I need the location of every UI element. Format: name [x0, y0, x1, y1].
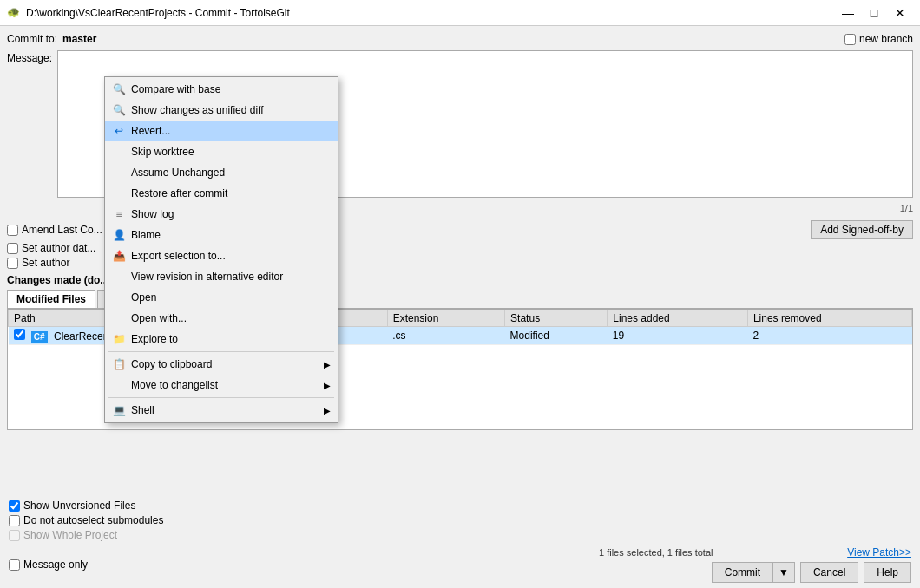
revert-label: Revert... — [131, 125, 331, 137]
col-lines-removed[interactable]: Lines removed — [747, 310, 911, 327]
show-unversioned-option[interactable]: Show Unversioned Files — [9, 500, 911, 512]
shell-arrow: ▶ — [324, 406, 331, 415]
file-checkbox[interactable] — [14, 329, 25, 340]
menu-item-show-log[interactable]: ≡ Show log — [105, 204, 338, 225]
set-author-date-label: Set author dat... — [22, 242, 95, 254]
col-extension[interactable]: Extension — [387, 310, 504, 327]
menu-item-open[interactable]: Open — [105, 287, 338, 308]
no-autoselect-option[interactable]: Do not autoselect submodules — [9, 514, 911, 526]
shell-icon: 💻 — [112, 403, 126, 417]
blame-icon: 👤 — [112, 228, 126, 242]
move-changelist-arrow: ▶ — [324, 381, 331, 390]
changes-label: Changes made (do... — [7, 274, 108, 286]
revert-icon: ↩ — [112, 124, 126, 138]
app-icon: 🐢 — [7, 6, 21, 20]
context-menu: 🔍 Compare with base 🔍 Show changes as un… — [104, 76, 338, 423]
menu-item-copy-clipboard[interactable]: 📋 Copy to clipboard ▶ — [105, 354, 338, 375]
col-status[interactable]: Status — [505, 310, 608, 327]
signed-off-button[interactable]: Add Signed-off-by — [811, 220, 913, 239]
menu-item-shell[interactable]: 💻 Shell ▶ — [105, 400, 338, 421]
open-label: Open — [131, 291, 331, 304]
new-branch-check[interactable]: new branch — [844, 33, 913, 45]
set-author-date-checkbox[interactable] — [7, 243, 18, 254]
view-revision-icon — [112, 270, 126, 284]
set-author-label: Set author — [22, 257, 69, 269]
export-selection-label: Export selection to... — [131, 250, 331, 262]
show-changes-icon: 🔍 — [112, 103, 126, 117]
branch-value: master — [62, 33, 96, 45]
files-selected-text: 1 files selected, 1 files total — [599, 547, 713, 558]
blame-label: Blame — [131, 229, 331, 241]
menu-item-explore-to[interactable]: 📁 Explore to — [105, 329, 338, 350]
bottom-actions: Message only 1 files selected, 1 files t… — [9, 546, 911, 583]
open-with-label: Open with... — [131, 312, 331, 324]
menu-item-restore-after[interactable]: Restore after commit — [105, 183, 338, 204]
menu-item-blame[interactable]: 👤 Blame — [105, 225, 338, 245]
move-changelist-label: Move to changelist — [131, 379, 319, 391]
menu-separator-1 — [108, 351, 334, 352]
compare-base-label: Compare with base — [131, 83, 331, 95]
title-bar-text: D:\working\VsClearRecentProjects - Commi… — [26, 7, 290, 19]
move-changelist-icon — [112, 378, 126, 392]
show-log-label: Show log — [131, 208, 331, 220]
menu-item-move-changelist[interactable]: Move to changelist ▶ — [105, 375, 338, 395]
message-counter: 1/1 — [900, 203, 913, 213]
open-with-icon — [112, 311, 126, 325]
title-bar: 🐢 D:\working\VsClearRecentProjects - Com… — [0, 0, 920, 26]
window-body: Commit to: master new branch Message: 1/… — [0, 26, 920, 588]
commit-button[interactable]: Commit — [712, 562, 773, 583]
shell-label: Shell — [131, 404, 319, 416]
file-extension-cell: .cs — [387, 327, 504, 345]
copy-clipboard-icon: 📋 — [112, 357, 126, 371]
show-unversioned-checkbox[interactable] — [9, 500, 20, 512]
new-branch-checkbox[interactable] — [844, 34, 856, 45]
restore-after-label: Restore after commit — [131, 187, 331, 199]
menu-item-revert[interactable]: ↩ Revert... — [105, 121, 338, 141]
show-unversioned-label: Show Unversioned Files — [23, 500, 135, 512]
message-only-checkbox[interactable] — [9, 559, 20, 571]
skip-worktree-label: Skip worktree — [131, 146, 331, 158]
tab-modified-files[interactable]: Modified Files — [7, 290, 95, 308]
amend-checkbox[interactable] — [7, 225, 18, 236]
view-patch-link[interactable]: View Patch>> — [847, 546, 911, 559]
message-label: Message: — [7, 50, 52, 64]
commit-btn-group: Commit ▼ — [712, 562, 795, 583]
amend-option[interactable]: Amend Last Co... — [7, 224, 102, 236]
commit-to-label: Commit to: — [7, 33, 57, 45]
menu-item-skip-worktree[interactable]: Skip worktree — [105, 141, 338, 162]
message-only-label: Message only — [23, 559, 88, 571]
bottom-bar: Show Unversioned Files Do not autoselect… — [0, 494, 920, 588]
commit-dropdown-button[interactable]: ▼ — [773, 562, 795, 583]
no-autoselect-checkbox[interactable] — [9, 515, 20, 526]
amend-label: Amend Last Co... — [22, 224, 102, 236]
show-whole-checkbox[interactable] — [9, 530, 20, 541]
action-buttons: Commit ▼ Cancel Help — [712, 562, 911, 583]
maximize-button[interactable]: □ — [861, 1, 887, 25]
file-type-badge: C# — [31, 331, 48, 343]
menu-separator-2 — [108, 397, 334, 398]
copy-clipboard-label: Copy to clipboard — [131, 358, 319, 370]
minimize-button[interactable]: — — [835, 1, 861, 25]
menu-item-open-with[interactable]: Open with... — [105, 308, 338, 329]
assume-unchanged-label: Assume Unchanged — [131, 167, 331, 179]
title-bar-controls: — □ ✕ — [835, 1, 913, 25]
skip-worktree-icon — [112, 145, 126, 159]
menu-item-view-revision[interactable]: View revision in alternative editor — [105, 266, 338, 287]
menu-item-export-selection[interactable]: 📤 Export selection to... — [105, 245, 338, 266]
close-button[interactable]: ✕ — [887, 1, 913, 25]
new-branch-label: new branch — [859, 33, 913, 45]
cancel-button[interactable]: Cancel — [800, 562, 858, 583]
set-author-checkbox[interactable] — [7, 258, 18, 269]
help-button[interactable]: Help — [864, 562, 911, 583]
show-log-icon: ≡ — [112, 207, 126, 221]
export-selection-icon: 📤 — [112, 249, 126, 263]
bottom-checks: Show Unversioned Files Do not autoselect… — [9, 500, 911, 541]
file-status-cell: Modified — [505, 327, 608, 345]
menu-item-compare-base[interactable]: 🔍 Compare with base — [105, 79, 338, 100]
menu-item-show-changes[interactable]: 🔍 Show changes as unified diff — [105, 100, 338, 121]
top-row: Commit to: master new branch — [7, 33, 913, 45]
show-whole-option[interactable]: Show Whole Project — [9, 529, 911, 541]
menu-item-assume-unchanged[interactable]: Assume Unchanged — [105, 162, 338, 183]
restore-after-icon — [112, 186, 126, 200]
col-lines-added[interactable]: Lines added — [608, 310, 748, 327]
